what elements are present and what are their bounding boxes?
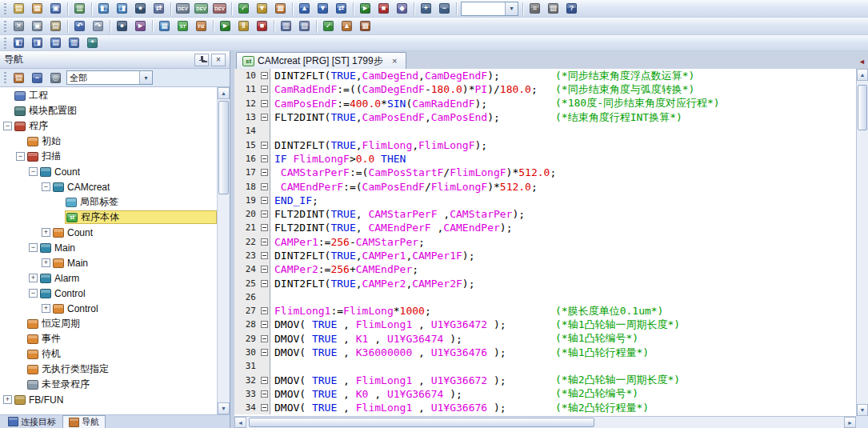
- zoom-out-icon[interactable]: −: [435, 1, 454, 17]
- st-edit-icon[interactable]: ST: [174, 18, 192, 34]
- navigation-window-toggle-icon[interactable]: ◧: [10, 35, 28, 51]
- tree-item[interactable]: 初始: [0, 134, 217, 149]
- write-to-plc-icon[interactable]: ▼: [314, 1, 332, 17]
- tree-item[interactable]: 无执行类型指定: [0, 362, 217, 377]
- toolbar-grip[interactable]: [4, 38, 6, 49]
- editor-hscroll-thumb[interactable]: [249, 418, 594, 427]
- docking-layout-icon[interactable]: *: [83, 35, 102, 51]
- ladder-edit-icon[interactable]: ▦: [155, 18, 174, 34]
- zoom-in-icon[interactable]: +: [417, 1, 435, 17]
- collapse-icon[interactable]: −: [42, 182, 50, 191]
- scroll-down-icon[interactable]: ▼: [857, 404, 868, 416]
- scroll-left-icon[interactable]: ◄: [234, 417, 246, 428]
- expand-icon[interactable]: +: [42, 304, 50, 313]
- parameter-setting-icon[interactable]: ▥: [70, 1, 89, 17]
- close-icon[interactable]: ×: [211, 54, 226, 66]
- nav-tab-connection-destination[interactable]: 连接目标: [2, 415, 62, 428]
- fold-collapse-icon[interactable]: [261, 72, 268, 79]
- fold-collapse-icon[interactable]: [261, 335, 268, 342]
- collapse-icon[interactable]: −: [29, 167, 38, 176]
- collapse-icon[interactable]: −: [29, 243, 38, 252]
- tree-item[interactable]: −Main: [0, 240, 217, 255]
- option-setting-icon[interactable]: ◎: [46, 70, 65, 86]
- monitor-stop-icon[interactable]: ■: [374, 1, 393, 17]
- device-test-icon[interactable]: DEV: [210, 1, 229, 17]
- tree-item[interactable]: 工程: [0, 88, 217, 103]
- collapse-all-icon[interactable]: −: [28, 70, 46, 86]
- editor-vertical-scrollbar[interactable]: ▲ ▼: [856, 69, 868, 416]
- read-from-plc-icon[interactable]: ▲: [295, 1, 314, 17]
- fold-collapse-icon[interactable]: [261, 266, 268, 273]
- scroll-down-icon[interactable]: ▼: [218, 402, 230, 414]
- tree-filter-combobox[interactable]: 全部▾: [66, 70, 153, 85]
- collapse-icon[interactable]: −: [3, 122, 12, 130]
- undo-icon[interactable]: ↶: [70, 18, 89, 34]
- tree-scrollbar-thumb[interactable]: [218, 101, 229, 194]
- watch-window-toggle-icon[interactable]: ▥: [65, 35, 83, 51]
- device-batch-monitor-icon[interactable]: ▥: [277, 18, 295, 34]
- expand-icon[interactable]: +: [29, 274, 38, 282]
- jump-icon[interactable]: ►: [131, 18, 150, 34]
- syntax-check-icon[interactable]: ✓: [234, 1, 253, 17]
- monitor-start-icon[interactable]: ►: [356, 1, 374, 17]
- cross-reference-icon[interactable]: ⇄: [150, 1, 168, 17]
- fold-collapse-icon[interactable]: [261, 114, 268, 121]
- tree-item[interactable]: −扫描: [0, 149, 217, 164]
- expand-icon[interactable]: +: [42, 228, 50, 237]
- fbd-edit-icon[interactable]: FB: [192, 18, 210, 34]
- buffer-memory-monitor-icon[interactable]: ▨: [295, 18, 314, 34]
- expand-icon[interactable]: +: [3, 395, 12, 404]
- window-tile-icon[interactable]: ◨: [113, 1, 131, 17]
- fold-collapse-icon[interactable]: [261, 100, 268, 107]
- tree-item[interactable]: 未登录程序: [0, 377, 217, 392]
- fold-collapse-icon[interactable]: [261, 169, 268, 176]
- device-display-icon[interactable]: DEV: [192, 1, 210, 17]
- fold-collapse-icon[interactable]: [261, 377, 268, 384]
- fold-collapse-icon[interactable]: [261, 349, 268, 356]
- tree-item[interactable]: +FB/FUN: [0, 392, 217, 407]
- collapse-icon[interactable]: −: [16, 152, 25, 161]
- build-icon[interactable]: ▲: [338, 18, 356, 34]
- tree-scrollbar[interactable]: ▲ ▼: [217, 87, 230, 414]
- pin-icon[interactable]: [194, 54, 209, 66]
- fold-collapse-icon[interactable]: [261, 155, 268, 162]
- find-device-icon[interactable]: ●: [131, 1, 150, 17]
- scroll-up-icon[interactable]: ▲: [857, 69, 868, 81]
- redo-icon[interactable]: ↷: [89, 18, 107, 34]
- watch-register-icon[interactable]: ◆: [393, 1, 411, 17]
- statement-display-icon[interactable]: ▧: [544, 1, 562, 17]
- zoom-level-combobox[interactable]: ▾: [461, 2, 518, 16]
- fold-collapse-icon[interactable]: [261, 280, 268, 287]
- convert-all-icon[interactable]: ▩: [271, 1, 290, 17]
- fold-collapse-icon[interactable]: [261, 183, 268, 190]
- fold-collapse-icon[interactable]: [261, 86, 268, 93]
- fold-collapse-icon[interactable]: [261, 252, 268, 259]
- device-comment-icon[interactable]: DEV: [174, 1, 192, 17]
- convert-icon[interactable]: ▼: [253, 1, 271, 17]
- tree-item[interactable]: −程序: [0, 118, 217, 134]
- element-selection-window-icon[interactable]: ◨: [28, 35, 46, 51]
- editor-horizontal-scrollbar[interactable]: ◄ ►: [234, 416, 856, 428]
- rebuild-all-icon[interactable]: ▩: [356, 18, 374, 34]
- tree-item[interactable]: st程序本体: [0, 210, 217, 225]
- paste-icon[interactable]: ▤: [46, 18, 65, 34]
- nav-tab-navigation[interactable]: 导航: [62, 415, 106, 428]
- program-check-icon[interactable]: ✓: [319, 18, 338, 34]
- tree-item[interactable]: −Count: [0, 164, 217, 179]
- scroll-up-icon[interactable]: ▲: [218, 87, 230, 99]
- tree-item[interactable]: −Control: [0, 286, 217, 301]
- toolbar-grip[interactable]: [4, 3, 6, 14]
- tree-item[interactable]: +Control: [0, 301, 217, 316]
- find-replace-icon[interactable]: ●: [113, 18, 131, 34]
- save-project-icon[interactable]: ▣: [46, 1, 65, 17]
- new-project-icon[interactable]: ▤: [10, 1, 28, 17]
- help-icon[interactable]: ?: [562, 1, 581, 17]
- tree-item[interactable]: +Alarm: [0, 270, 217, 286]
- tree-display-setting-icon[interactable]: ▤: [10, 70, 28, 86]
- editor-tab[interactable]: st CAMcreat [PRG] [ST] 1799步 ×: [236, 52, 406, 69]
- verify-with-plc-icon[interactable]: ⇄: [332, 1, 350, 17]
- comment-display-icon[interactable]: ≡: [526, 1, 544, 17]
- tree-item[interactable]: −CAMcreat: [0, 179, 217, 194]
- st-code-editor[interactable]: 10DINT2FLT(TRUE,CamDegEnd,CamDegEndF);(*…: [234, 69, 856, 416]
- fold-collapse-icon[interactable]: [261, 321, 268, 328]
